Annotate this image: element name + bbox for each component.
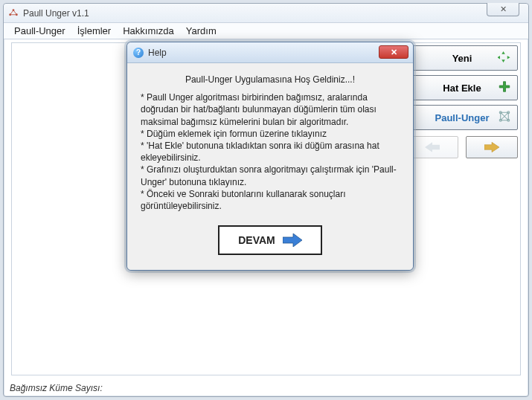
window-close-button[interactable]: ✕ — [487, 3, 519, 16]
help-icon: ? — [133, 48, 144, 58]
plus-icon — [498, 80, 511, 96]
arrow-left-icon — [425, 141, 440, 153]
menu-yardim[interactable]: Yardım — [186, 25, 217, 36]
dialog-body: Paull-Unger Uygulamasına Hoş Geldiniz...… — [127, 63, 413, 270]
paull-unger-button[interactable]: Paull-Unger — [406, 105, 518, 130]
dialog-titlebar: ? Help ✕ — [127, 42, 413, 63]
dialog-close-button[interactable]: ✕ — [379, 45, 408, 59]
nav-row — [406, 136, 518, 158]
window-title: Paull Unger v1.1 — [23, 8, 89, 19]
dialog-text: * Paull Unger algoritması birbirinden ba… — [141, 91, 400, 212]
hat-ekle-button[interactable]: Hat Ekle — [406, 75, 518, 100]
close-icon: ✕ — [391, 48, 397, 57]
status-bar: Bağımsız Küme Sayısı: — [10, 383, 103, 393]
next-button[interactable] — [466, 136, 518, 158]
arrow-right-icon — [484, 141, 499, 153]
yeni-button[interactable]: Yeni — [406, 45, 518, 71]
menu-hakkimizda[interactable]: Hakkımızda — [123, 25, 174, 36]
app-icon — [8, 8, 19, 19]
yeni-label: Yeni — [452, 53, 472, 64]
hat-ekle-label: Hat Ekle — [443, 83, 481, 94]
arrow-right-icon — [283, 233, 302, 247]
continue-label: DEVAM — [238, 234, 275, 246]
menu-islemler[interactable]: İşlemler — [77, 25, 112, 36]
help-dialog: ? Help ✕ Paull-Unger Uygulamasına Hoş Ge… — [126, 42, 414, 271]
prev-button[interactable] — [406, 136, 458, 158]
graph-icon — [498, 110, 511, 126]
side-panel: Yeni Hat Ekle Paull-Unger — [406, 45, 518, 158]
continue-button[interactable]: DEVAM — [218, 225, 322, 255]
close-icon: ✕ — [500, 4, 507, 14]
recycle-icon — [498, 51, 511, 66]
dialog-title-text: Help — [148, 48, 167, 58]
menu-paull-unger[interactable]: Paull-Unger — [14, 25, 65, 36]
titlebar: Paull Unger v1.1 — [4, 4, 528, 23]
dialog-welcome: Paull-Unger Uygulamasına Hoş Geldiniz...… — [141, 74, 400, 86]
menubar: Paull-Unger İşlemler Hakkımızda Yardım — [4, 23, 528, 39]
paull-unger-label: Paull-Unger — [435, 112, 490, 123]
